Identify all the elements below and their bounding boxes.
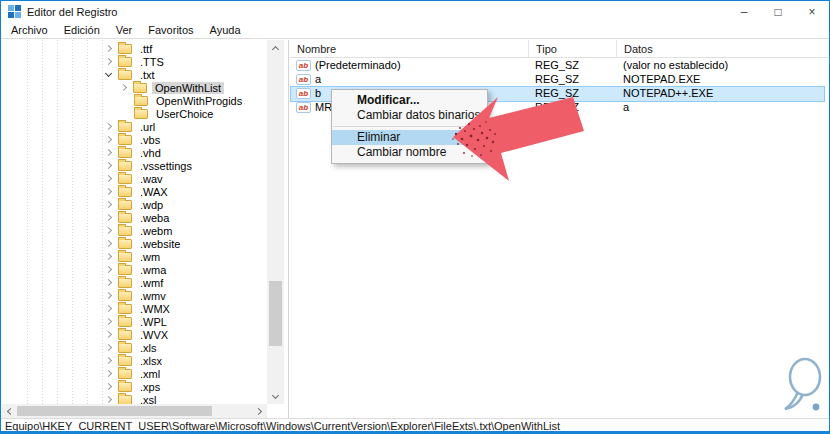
- chevron-collapsed-icon[interactable]: [120, 84, 127, 91]
- tree-item[interactable]: .xps: [2, 380, 267, 393]
- horizontal-scroll-thumb[interactable]: [17, 406, 212, 416]
- tree-item[interactable]: .WAX: [2, 185, 267, 198]
- tree-item[interactable]: .WMX: [2, 302, 267, 315]
- tree-item[interactable]: .webm: [2, 224, 267, 237]
- chevron-collapsed-icon[interactable]: [105, 318, 112, 325]
- tree-item[interactable]: .TTS: [2, 55, 267, 68]
- chevron-expanded-icon[interactable]: [105, 70, 112, 77]
- column-header-tipo[interactable]: Tipo: [528, 40, 616, 58]
- chevron-collapsed-icon[interactable]: [105, 292, 112, 299]
- menu-item-ayuda[interactable]: Ayuda: [202, 24, 249, 36]
- value-name-cell: aba: [290, 73, 528, 85]
- tree-view[interactable]: .ttf.TTS.txtOpenWithListOpenWithProgidsU…: [2, 40, 267, 404]
- tree-item[interactable]: .xls: [2, 341, 267, 354]
- chevron-collapsed-icon[interactable]: [105, 149, 112, 156]
- chevron-collapsed-icon[interactable]: [105, 201, 112, 208]
- chevron-collapsed-icon[interactable]: [105, 45, 112, 52]
- pane-splitter[interactable]: [288, 40, 289, 418]
- minimize-button[interactable]: –: [727, 1, 761, 22]
- menu-item-ver[interactable]: Ver: [108, 24, 141, 36]
- chevron-collapsed-icon[interactable]: [105, 266, 112, 273]
- title-bar: Editor del Registro – □ ×: [1, 1, 829, 22]
- tree-vertical-scrollbar[interactable]: [267, 40, 284, 404]
- chevron-collapsed-icon[interactable]: [105, 331, 112, 338]
- tree-item[interactable]: OpenWithProgids: [2, 94, 267, 107]
- tree-item[interactable]: .ttf: [2, 42, 267, 55]
- registry-editor-window: Editor del Registro – □ × ArchivoEdición…: [0, 0, 830, 434]
- chevron-collapsed-icon[interactable]: [105, 357, 112, 364]
- tree-item[interactable]: .wmf: [2, 276, 267, 289]
- tree-item-label: .wav: [137, 173, 166, 185]
- menu-item-archivo[interactable]: Archivo: [3, 24, 56, 36]
- chevron-collapsed-icon[interactable]: [105, 188, 112, 195]
- scroll-down-button[interactable]: [267, 389, 284, 404]
- tree-item-label: .WVX: [137, 329, 171, 341]
- folder-icon: [118, 122, 132, 132]
- tree-item[interactable]: .WPL: [2, 315, 267, 328]
- tree-item[interactable]: .vssettings: [2, 159, 267, 172]
- close-button[interactable]: ×: [795, 1, 829, 22]
- column-header-nombre[interactable]: Nombre: [290, 40, 528, 58]
- tree-item[interactable]: UserChoice: [2, 107, 267, 120]
- value-row[interactable]: ab(Predeterminado)REG_SZ(valor no establ…: [290, 58, 829, 72]
- chevron-collapsed-icon[interactable]: [105, 305, 112, 312]
- watermark-logo: [777, 351, 830, 417]
- value-data-cell: NOTEPAD++.EXE: [616, 87, 829, 99]
- value-data-cell: a: [616, 101, 829, 113]
- tree-item-label: .wdp: [137, 199, 166, 211]
- menu-separator: [333, 126, 486, 127]
- folder-icon: [133, 83, 147, 93]
- folder-icon: [118, 57, 132, 67]
- context-menu-item-cambiar-nombre[interactable]: Cambiar nombre: [332, 145, 487, 160]
- maximize-button[interactable]: □: [761, 1, 795, 22]
- scroll-left-button[interactable]: [2, 404, 16, 418]
- chevron-collapsed-icon[interactable]: [105, 136, 112, 143]
- value-name-cell: ab(Predeterminado): [290, 59, 528, 71]
- chevron-collapsed-icon[interactable]: [105, 162, 112, 169]
- tree-item[interactable]: .xsl: [2, 393, 267, 404]
- tree-item-label: .WMX: [137, 303, 173, 315]
- tree-item[interactable]: .xlsx: [2, 354, 267, 367]
- chevron-collapsed-icon[interactable]: [105, 58, 112, 65]
- chevron-collapsed-icon[interactable]: [105, 344, 112, 351]
- column-header-datos[interactable]: Datos: [616, 40, 829, 58]
- value-row[interactable]: abaREG_SZNOTEPAD.EXE: [290, 72, 829, 86]
- tree-item[interactable]: .wma: [2, 263, 267, 276]
- chevron-collapsed-icon[interactable]: [105, 214, 112, 221]
- menu-item-edición[interactable]: Edición: [56, 24, 108, 36]
- chevron-collapsed-icon[interactable]: [105, 383, 112, 390]
- tree-item[interactable]: .weba: [2, 211, 267, 224]
- tree-item[interactable]: .url: [2, 120, 267, 133]
- tree-item[interactable]: .WVX: [2, 328, 267, 341]
- chevron-collapsed-icon[interactable]: [105, 396, 112, 403]
- vertical-scroll-thumb[interactable]: [269, 281, 282, 346]
- tree-item[interactable]: .website: [2, 237, 267, 250]
- chevron-collapsed-icon[interactable]: [105, 279, 112, 286]
- tree-item[interactable]: .vhd: [2, 146, 267, 159]
- tree-item[interactable]: .xml: [2, 367, 267, 380]
- scroll-up-button[interactable]: [267, 40, 284, 55]
- context-menu-item-eliminar[interactable]: Eliminar: [332, 130, 487, 145]
- folder-icon: [118, 200, 132, 210]
- scroll-right-button[interactable]: [253, 404, 267, 418]
- menu-item-favoritos[interactable]: Favoritos: [140, 24, 201, 36]
- context-menu-item-cambiar-datos-binarios[interactable]: Cambiar datos binarios...: [332, 108, 487, 123]
- chevron-collapsed-icon[interactable]: [105, 123, 112, 130]
- chevron-collapsed-icon[interactable]: [105, 175, 112, 182]
- tree-item[interactable]: .vbs: [2, 133, 267, 146]
- context-menu-item-modificar[interactable]: Modificar...: [332, 93, 487, 108]
- tree-horizontal-scrollbar[interactable]: [2, 404, 267, 418]
- chevron-collapsed-icon[interactable]: [105, 227, 112, 234]
- chevron-collapsed-icon[interactable]: [105, 253, 112, 260]
- tree-item[interactable]: .wdp: [2, 198, 267, 211]
- tree-item[interactable]: OpenWithList: [2, 81, 267, 94]
- value-type-cell: REG_SZ: [528, 73, 616, 85]
- tree-item[interactable]: .wmv: [2, 289, 267, 302]
- tree-item[interactable]: .wm: [2, 250, 267, 263]
- chevron-left-icon: [7, 407, 14, 414]
- tree-item[interactable]: .wav: [2, 172, 267, 185]
- chevron-collapsed-icon[interactable]: [105, 370, 112, 377]
- chevron-collapsed-icon[interactable]: [105, 240, 112, 247]
- menu-bar: ArchivoEdiciónVerFavoritosAyuda: [1, 22, 829, 39]
- tree-item[interactable]: .txt: [2, 68, 267, 81]
